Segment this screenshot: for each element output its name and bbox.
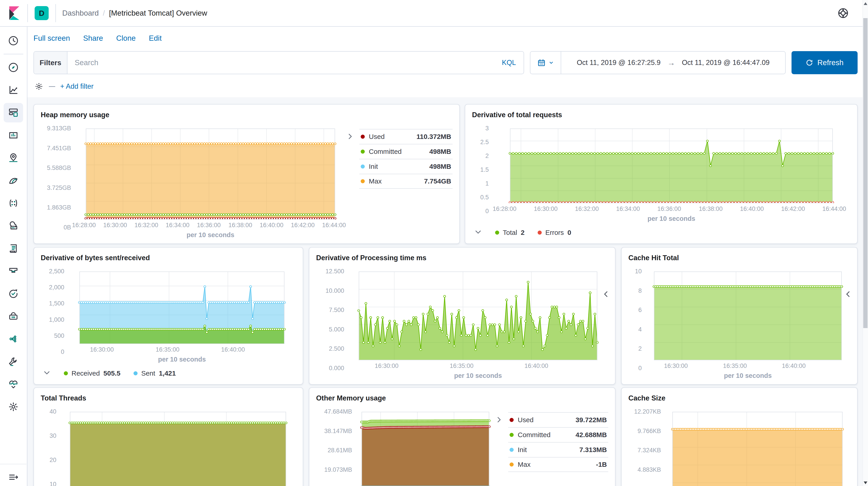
chart-plot[interactable] — [645, 272, 850, 360]
search-input[interactable] — [67, 52, 502, 74]
sidebar-item-metrics[interactable] — [0, 214, 27, 237]
chevron-right-icon — [346, 132, 354, 140]
sidebar-item-management[interactable] — [0, 395, 27, 418]
chart-plot-svg — [68, 272, 296, 344]
legend-label: Received — [71, 369, 100, 377]
y-tick-label: 10.000 — [326, 287, 344, 294]
clone-link[interactable]: Clone — [116, 34, 135, 42]
legend-item-committed[interactable]: Committed498MB — [359, 144, 453, 159]
chart-plot-svg — [75, 128, 346, 219]
legend-item-used[interactable]: Used110.372MB — [359, 129, 453, 144]
chart-plot[interactable] — [68, 272, 296, 344]
sidebar-item-machine-learning[interactable] — [0, 169, 27, 192]
legend-item-sent[interactable]: Sent1,421 — [133, 369, 176, 377]
scrollbar[interactable] — [863, 0, 868, 486]
y-tick-label: 3.725GB — [47, 184, 71, 191]
edit-link[interactable]: Edit — [149, 34, 162, 42]
panel-cache-size: Cache Size0B2.441KB4.883KB7.324KB9.766KB… — [621, 387, 858, 486]
legend-label: Used — [518, 416, 571, 424]
sidebar-item-canvas[interactable] — [0, 124, 27, 147]
space-badge[interactable]: D — [35, 6, 49, 20]
sidebar-item-logs[interactable] — [0, 237, 27, 260]
chart-plot[interactable] — [60, 412, 296, 486]
legend-item-init[interactable]: Init7.313MB — [508, 442, 608, 457]
x-tick-label: 16:40:00 — [517, 362, 556, 369]
sidebar-item-stack-monitoring[interactable] — [0, 373, 27, 395]
date-to[interactable]: Oct 11, 2019 @ 16:44:47.09 — [682, 59, 770, 67]
breadcrumb-section[interactable]: Dashboard — [62, 9, 99, 18]
sidebar-collapse-button[interactable] — [0, 472, 27, 483]
sidebar-item-graph[interactable] — [0, 192, 27, 214]
legend-item-total[interactable]: Total2 — [495, 229, 525, 237]
uptime-icon — [7, 288, 19, 300]
legend-item-init[interactable]: Init498MB — [359, 159, 453, 174]
sidebar-item-maps[interactable] — [0, 147, 27, 169]
legend-expand-button[interactable] — [602, 290, 610, 299]
legend-item-committed[interactable]: Committed42.688MB — [508, 427, 608, 442]
y-tick-label: 7.451GB — [47, 145, 71, 152]
sidebar-item-discover[interactable] — [0, 56, 27, 79]
legend-item-received[interactable]: Received505.5 — [64, 369, 120, 377]
sidebar-item-apm[interactable] — [0, 260, 27, 282]
chart-plot-svg — [356, 412, 495, 486]
panel-title: Derivative of Processing time ms — [309, 247, 615, 262]
chart-plot[interactable] — [348, 272, 608, 360]
y-tick-label: 8 — [638, 287, 642, 294]
x-tick-label: 16:34:00 — [609, 206, 647, 212]
date-from[interactable]: Oct 11, 2019 @ 16:27:25.9 — [577, 59, 660, 67]
sidebar-item-uptime[interactable] — [0, 282, 27, 305]
legend-dot — [509, 418, 514, 422]
y-tick-label: 0 — [638, 365, 642, 372]
date-range-arrow-icon: → — [667, 58, 675, 67]
legend-label: Max — [518, 461, 592, 468]
legend-expand-button[interactable] — [844, 290, 852, 299]
sidebar-item-recently-viewed[interactable] — [0, 29, 27, 52]
chart-column: 0B9.537MB19.073MB28.61MB38.147MB47.684MB… — [316, 412, 495, 486]
chart-plot[interactable] — [356, 412, 495, 486]
scrollbar-up-arrow[interactable] — [864, 2, 867, 5]
scrollbar-down-arrow[interactable] — [864, 482, 867, 484]
full-screen-link[interactable]: Full screen — [33, 34, 70, 42]
legend-collapse-button[interactable] — [43, 369, 51, 378]
sidebar-item-dev-tools[interactable] — [0, 350, 27, 373]
refresh-icon — [806, 59, 813, 66]
scrollbar-thumb[interactable] — [863, 18, 868, 328]
y-tick-label: 9.766KB — [638, 428, 661, 435]
chart-zone: 024681016:30:0016:35:0016:40:00per 10 se… — [622, 262, 857, 384]
dashboard-icon — [7, 107, 19, 119]
sidebar-item-visualize[interactable] — [0, 79, 27, 101]
filters-label[interactable]: Filters — [34, 52, 67, 74]
chart-plot-svg — [664, 412, 850, 486]
legend-collapse-button[interactable] — [474, 228, 482, 237]
x-tick-label: 16:35:00 — [148, 346, 187, 353]
chart-plot[interactable] — [75, 128, 346, 219]
calendar-button[interactable] — [530, 52, 561, 74]
legend-item-errors[interactable]: Errors0 — [538, 229, 571, 237]
refresh-button[interactable]: Refresh — [792, 51, 858, 74]
filter-gear-icon[interactable] — [34, 82, 44, 91]
add-filter-link[interactable]: + Add filter — [60, 82, 93, 91]
x-tick-label: 16:30:00 — [367, 362, 406, 369]
legend-collapse-button[interactable] — [495, 412, 508, 486]
y-tick-label: 4 — [638, 326, 642, 333]
y-tick-label: 1.863GB — [47, 204, 71, 211]
kibana-logo[interactable] — [0, 6, 27, 20]
chart-plot[interactable] — [664, 412, 850, 486]
header-divider — [27, 4, 28, 22]
sidebar-item-siem[interactable] — [0, 305, 27, 328]
chart-plot[interactable] — [492, 128, 850, 203]
discover-icon — [7, 62, 19, 73]
sidebar-item-dashboard[interactable] — [0, 101, 27, 124]
y-tick-label: 1,000 — [49, 316, 64, 323]
panel-cache-hit-total: Cache Hit Total024681016:30:0016:35:0016… — [621, 247, 858, 385]
legend-item-used[interactable]: Used39.722MB — [508, 412, 608, 427]
legend-value: 7.754GB — [424, 177, 451, 185]
share-link[interactable]: Share — [83, 34, 103, 42]
y-tick-label: 10 — [50, 481, 56, 486]
legend-item-max[interactable]: Max7.754GB — [359, 174, 453, 189]
legend-item-max[interactable]: Max-1B — [508, 457, 608, 472]
sidebar-item-code[interactable] — [0, 328, 27, 350]
help-button[interactable] — [837, 7, 849, 19]
legend-label: Errors — [545, 229, 564, 237]
kql-selector[interactable]: KQL — [502, 59, 524, 67]
